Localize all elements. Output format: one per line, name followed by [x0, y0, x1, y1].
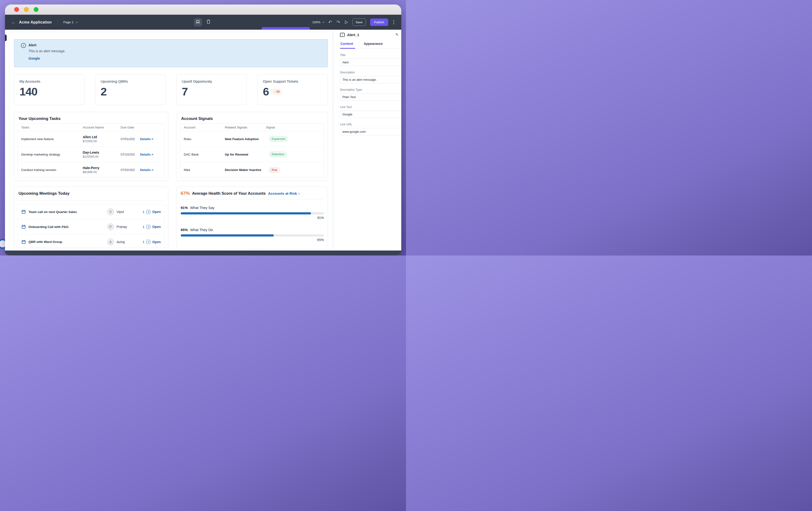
- title-input[interactable]: Alert: [340, 59, 401, 66]
- description-input[interactable]: This is an alert message.: [340, 76, 401, 83]
- field-label: Title: [340, 53, 401, 57]
- field-link-text: Link Text Google: [340, 106, 401, 118]
- field-label: Description Type: [340, 88, 401, 92]
- metric-percent: 91%: [181, 206, 188, 210]
- edit-pencil-icon[interactable]: ✎: [395, 32, 398, 37]
- avatar: P: [107, 223, 114, 230]
- alert-link[interactable]: Google: [28, 57, 40, 60]
- health-title: Average Health Score of Your Accounts: [192, 191, 266, 196]
- table-row: Implement new feature Allen Ltd $72000.0…: [18, 131, 165, 147]
- stat-card-upsell-opportunity: Upsell Opportunity 7: [176, 74, 247, 105]
- left-panel-handle[interactable]: [5, 35, 7, 41]
- progress-track: [181, 212, 324, 215]
- link-url-input[interactable]: www.google.com: [340, 128, 401, 135]
- account-amount: $72000.00: [83, 140, 121, 143]
- field-label: Link URL: [340, 123, 401, 126]
- close-window-button[interactable]: [14, 7, 19, 12]
- task-name: Implement new feature: [21, 137, 83, 141]
- bottom-row: Upcoming Meetings Today Team call on nex…: [14, 187, 328, 249]
- account-amount: $102000.00: [83, 155, 121, 159]
- save-button[interactable]: Save: [353, 19, 366, 26]
- chevron-down-icon: [76, 21, 78, 23]
- publish-button[interactable]: Publish: [370, 19, 388, 26]
- details-link[interactable]: Details >: [140, 137, 153, 141]
- zoom-control[interactable]: 100%: [312, 21, 324, 24]
- tab-content[interactable]: Content: [340, 42, 353, 48]
- maximize-window-button[interactable]: [34, 7, 38, 12]
- kebab-menu-icon[interactable]: [393, 19, 395, 25]
- open-meeting-link[interactable]: Open: [152, 210, 161, 214]
- meeting-count: 1: [143, 225, 145, 229]
- details-link[interactable]: Details >: [140, 168, 153, 172]
- external-link-icon: ↗: [146, 240, 150, 244]
- progress-fill: [181, 234, 274, 236]
- column-header: Account: [184, 125, 225, 129]
- ticket-delta-badge: ↑ 14: [271, 89, 282, 94]
- tab-appearance[interactable]: Appearance: [363, 42, 383, 48]
- undo-icon[interactable]: ↶: [328, 20, 332, 25]
- metric-percent-right: 65%: [181, 238, 324, 243]
- stat-card-row: My Accounts 140 Upcoming QBRs 2 Upsell O…: [14, 74, 328, 105]
- field-label: Description: [340, 71, 401, 75]
- attendee-name: Vipul: [117, 210, 143, 214]
- calendar-icon: [22, 225, 26, 229]
- account-name: Allen Ltd: [83, 135, 121, 139]
- active-tab-underline: [340, 48, 355, 49]
- external-link-icon: ↗: [146, 225, 150, 229]
- column-header: Signal: [266, 125, 275, 129]
- list-item: QBR with Ward Group A Aviraj 1 ↗ Open: [18, 234, 165, 249]
- description-type-select[interactable]: Plain Text: [340, 93, 401, 101]
- table-row: DAC Bank Up for Renewal Retention: [180, 147, 324, 162]
- info-icon: i: [21, 43, 26, 48]
- due-date: 07/02/202: [121, 168, 138, 172]
- upcoming-tasks-card: Your Upcoming Tasks Tasks Account Name D…: [14, 112, 168, 181]
- minimize-window-button[interactable]: [24, 7, 29, 12]
- field-title: Title Alert: [340, 53, 401, 66]
- accounts-at-risk-link[interactable]: Accounts at Risk ›: [268, 191, 300, 196]
- mobile-view-button[interactable]: [204, 18, 212, 26]
- toolbar-divider: [57, 20, 58, 25]
- external-link-icon: ↗: [146, 210, 150, 214]
- details-link[interactable]: Details >: [140, 153, 153, 156]
- tasks-table: Tasks Account Name Due Date Implement ne…: [18, 123, 165, 178]
- stat-value: 140: [20, 86, 37, 97]
- desktop-view-button[interactable]: [194, 18, 202, 26]
- list-item: Onboarding Call with P&G P Pranay 1 ↗ Op…: [18, 219, 165, 234]
- due-date: 07/01/202: [121, 137, 138, 141]
- meeting-title: Team call on next Quarter Sales: [28, 210, 107, 214]
- metric-percent: 65%: [181, 228, 188, 232]
- table-row: Conduct training session Hale-Perry $919…: [18, 162, 165, 178]
- avatar: V: [107, 208, 114, 216]
- stat-value: 2: [101, 86, 107, 97]
- table-row: Develop marketing strategy Day-Lewis $10…: [18, 147, 165, 162]
- related-signal: Up for Renewal: [225, 153, 269, 156]
- run-play-icon[interactable]: [345, 20, 348, 25]
- health-metrics: 91% What They Say 91% 65% What They: [181, 205, 324, 249]
- open-meeting-link[interactable]: Open: [152, 225, 161, 229]
- signals-table: Account Related Signals Signal Roku New …: [180, 123, 324, 178]
- laptop-icon: [196, 20, 200, 25]
- back-arrow-icon[interactable]: ←: [11, 20, 16, 25]
- metric-label: What They Do: [190, 228, 213, 232]
- calendar-icon: [22, 210, 26, 214]
- link-text-input[interactable]: Google: [340, 111, 401, 118]
- field-link-url: Link URL www.google.com: [340, 123, 401, 135]
- alert-banner-widget[interactable]: i Alert This is an alert message. Google: [14, 39, 328, 67]
- app-title: Acme Application: [19, 20, 52, 25]
- alert-widget-icon: !: [340, 33, 345, 37]
- page-selector[interactable]: Page 1: [63, 21, 77, 24]
- task-name: Develop marketing strategy: [21, 153, 83, 156]
- tasks-table-header: Tasks Account Name Due Date: [18, 124, 165, 131]
- attendee-name: Aviraj: [117, 240, 143, 244]
- panel-tabs: Content Appearance: [340, 41, 401, 49]
- health-header: 67% Average Health Score of Your Account…: [181, 190, 324, 196]
- stat-card-my-accounts: My Accounts 140: [14, 74, 85, 105]
- alert-message: This is an alert message.: [28, 49, 323, 53]
- avatar: A: [107, 238, 114, 246]
- due-date: 07/10/202: [121, 153, 138, 156]
- app-window: ← Acme Application Page 1: [5, 4, 401, 255]
- redo-icon[interactable]: ↷: [337, 20, 340, 25]
- column-header: Account Name: [83, 125, 121, 129]
- open-meeting-link[interactable]: Open: [152, 240, 161, 244]
- editor-toolbar: ← Acme Application Page 1: [5, 15, 401, 30]
